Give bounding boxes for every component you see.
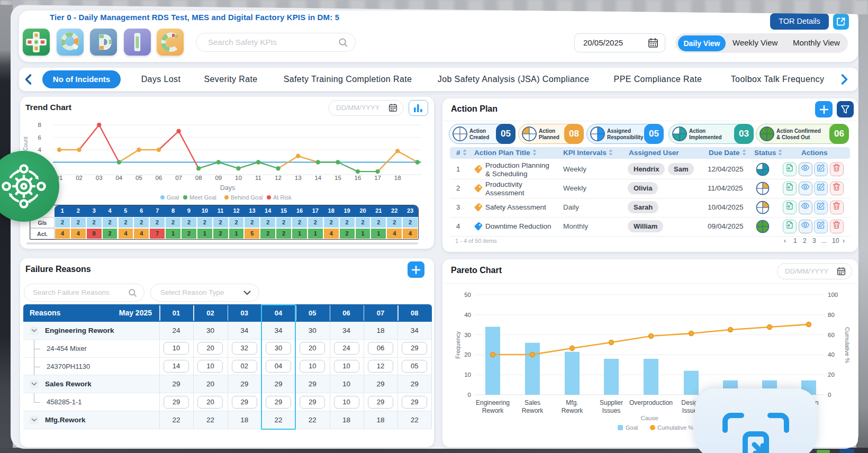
svg-text:100: 100: [828, 292, 838, 298]
svg-text:Goal: Goal: [626, 424, 638, 431]
svg-text:Issues: Issues: [602, 407, 621, 414]
svg-text:0: 0: [828, 392, 831, 398]
svg-text:0: 0: [468, 392, 471, 398]
svg-text:Supplier: Supplier: [600, 399, 623, 406]
svg-text:Cumulative %: Cumulative %: [844, 327, 851, 363]
svg-text:Cumulative %: Cumulative %: [657, 424, 693, 431]
svg-text:40: 40: [828, 351, 835, 358]
svg-text:40: 40: [464, 312, 471, 318]
svg-text:Cause: Cause: [640, 415, 658, 421]
svg-text:50: 50: [464, 292, 471, 298]
svg-text:80: 80: [828, 312, 835, 318]
svg-text:Rework: Rework: [522, 407, 544, 414]
svg-text:Frequency: Frequency: [455, 331, 461, 359]
svg-text:10: 10: [464, 372, 471, 378]
svg-text:20: 20: [828, 372, 835, 378]
svg-text:Sales: Sales: [525, 399, 540, 406]
svg-text:Rework: Rework: [562, 407, 584, 414]
svg-text:30: 30: [464, 332, 471, 338]
svg-text:60: 60: [828, 332, 835, 338]
svg-text:20: 20: [464, 351, 471, 358]
svg-text:Engineering: Engineering: [476, 399, 510, 406]
svg-text:Overproduction: Overproduction: [629, 399, 673, 406]
svg-text:Mfg.: Mfg.: [566, 399, 578, 406]
svg-text:Rework: Rework: [482, 407, 504, 414]
